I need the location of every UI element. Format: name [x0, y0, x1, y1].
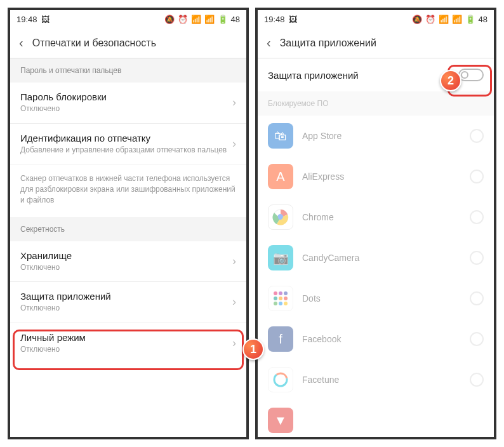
back-icon[interactable]: ‹	[19, 36, 23, 50]
status-bar: 19:48 🖼 🔕 ⏰ 📶 📶 🔋 48	[258, 10, 494, 28]
app-icon-aliexpress: A	[268, 164, 293, 189]
app-row[interactable]: Chrome	[258, 197, 494, 237]
svg-point-3	[274, 373, 287, 386]
item-title: Личный режим	[20, 332, 232, 343]
chevron-right-icon: ›	[232, 96, 236, 109]
item-lock-password[interactable]: Пароль блокировки Отключено ›	[10, 83, 246, 124]
item-subtitle: Отключено	[20, 263, 232, 273]
item-app-protection[interactable]: Защита приложений Отключено ›	[10, 282, 246, 323]
item-fingerprint-id[interactable]: Идентификация по отпечатку Добавление и …	[10, 124, 246, 165]
alarm-icon: ⏰	[425, 15, 435, 24]
svg-point-1	[277, 214, 284, 220]
item-title: Пароль блокировки	[20, 91, 232, 102]
section-password: Пароль и отпечатки пальцев	[10, 58, 246, 83]
radio-unchecked[interactable]	[470, 332, 484, 346]
page-title: Отпечатки и безопасность	[32, 37, 156, 49]
dnd-icon: 🔕	[164, 15, 175, 24]
svg-point-2	[274, 373, 287, 386]
svg-point-0	[273, 210, 288, 225]
signal-icon: 📶	[204, 15, 215, 24]
battery-level: 48	[479, 15, 487, 24]
chevron-right-icon: ›	[232, 255, 236, 268]
radio-unchecked[interactable]	[470, 170, 484, 183]
app-row[interactable]: Facetune	[258, 359, 494, 400]
app-row[interactable]: ▼	[258, 400, 494, 433]
app-row[interactable]: Dots	[258, 278, 494, 319]
toggle-label: Защита приложений	[268, 70, 359, 81]
radio-unchecked[interactable]	[470, 251, 484, 265]
section-blocked-apps: Блокируемое ПО	[258, 91, 494, 116]
app-icon-chrome	[268, 204, 293, 230]
battery-icon: 🔋	[465, 15, 475, 24]
app-icon-facebook: f	[268, 326, 293, 352]
item-title: Хранилище	[20, 250, 232, 261]
app-icon-candycamera: 📷	[268, 245, 293, 270]
app-icon-unknown: ▼	[268, 408, 293, 433]
app-icon-facetune	[268, 367, 293, 392]
app-name: Dots	[302, 293, 461, 304]
alarm-icon: ⏰	[178, 15, 188, 24]
header: ‹ Защита приложений	[258, 28, 494, 58]
info-text: Сканер отпечатков в нижней части телефон…	[10, 164, 246, 217]
app-row[interactable]: A AliExpress	[258, 156, 494, 197]
radio-unchecked[interactable]	[470, 291, 484, 305]
item-subtitle: Отключено	[20, 104, 232, 114]
app-name: AliExpress	[302, 171, 461, 182]
header: ‹ Отпечатки и безопасность	[10, 28, 246, 58]
dnd-icon: 🔕	[412, 15, 422, 24]
screenshot-icon: 🖼	[289, 15, 297, 24]
app-row[interactable]: 🛍 App Store	[258, 116, 494, 156]
signal-icon: 📶	[452, 15, 462, 24]
back-icon[interactable]: ‹	[267, 36, 271, 50]
item-storage[interactable]: Хранилище Отключено ›	[10, 241, 246, 283]
radio-unchecked[interactable]	[470, 129, 484, 143]
chevron-right-icon: ›	[232, 337, 236, 350]
chevron-right-icon: ›	[232, 295, 236, 309]
app-icon-dots	[268, 286, 293, 311]
page-title: Защита приложений	[280, 37, 376, 49]
item-private-mode[interactable]: Личный режим Отключено ›	[10, 323, 246, 364]
item-title: Защита приложений	[20, 291, 232, 302]
section-privacy: Секретность	[10, 217, 246, 241]
app-row[interactable]: f Facebook	[258, 319, 494, 359]
badge-step-2: 2	[440, 70, 461, 91]
chevron-right-icon: ›	[232, 137, 236, 150]
app-row[interactable]: 📷 CandyCamera	[258, 237, 494, 278]
app-name: Facetune	[302, 375, 461, 385]
toggle-app-protection[interactable]	[458, 69, 484, 81]
status-time: 19:48	[264, 15, 285, 24]
battery-icon: 🔋	[218, 15, 228, 24]
battery-level: 48	[231, 15, 240, 24]
screenshot-icon: 🖼	[41, 15, 50, 24]
app-name: Chrome	[302, 212, 461, 222]
badge-step-1: 1	[242, 338, 264, 360]
status-time: 19:48	[17, 15, 37, 24]
status-bar: 19:48 🖼 🔕 ⏰ 📶 📶 🔋 48	[10, 10, 246, 28]
app-name: Facebook	[302, 334, 461, 344]
radio-unchecked[interactable]	[470, 373, 484, 387]
wifi-icon: 📶	[191, 15, 201, 24]
app-name: CandyCamera	[302, 253, 461, 263]
item-subtitle: Отключено	[20, 304, 232, 314]
item-subtitle: Отключено	[20, 345, 232, 355]
item-subtitle: Добавление и управление образцами отпеча…	[20, 145, 232, 156]
app-icon-appstore: 🛍	[268, 123, 293, 149]
radio-unchecked[interactable]	[470, 210, 484, 224]
wifi-icon: 📶	[439, 15, 449, 24]
item-title: Идентификация по отпечатку	[20, 133, 232, 143]
app-name: App Store	[302, 131, 461, 141]
